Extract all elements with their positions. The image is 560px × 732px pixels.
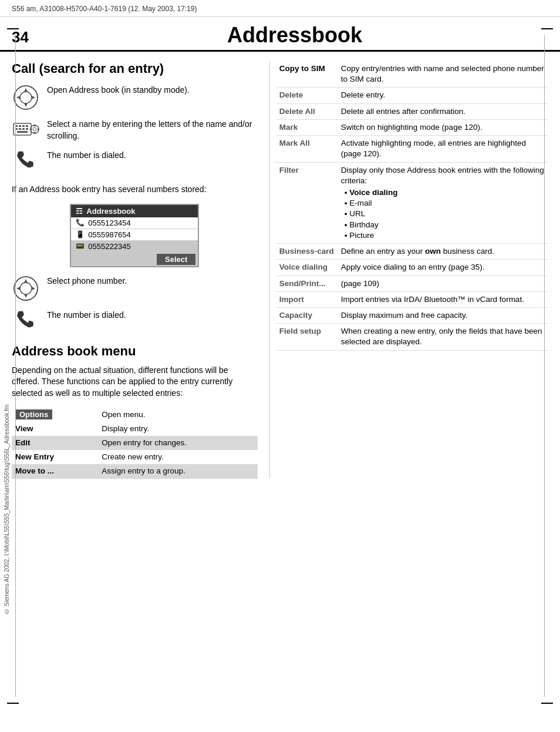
phone-icon-1: 📞 bbox=[76, 219, 85, 227]
keyboard-icon bbox=[12, 119, 40, 140]
filter-item-voice: Voice dialing bbox=[345, 187, 545, 198]
svg-point-17 bbox=[33, 127, 36, 131]
move-to-label: Move to ... bbox=[12, 464, 98, 478]
select-button[interactable]: Select bbox=[157, 254, 195, 265]
svg-rect-9 bbox=[22, 125, 25, 127]
left-margin-line bbox=[15, 35, 16, 697]
step4-row: Select phone number. bbox=[12, 276, 258, 301]
right-margin-line bbox=[544, 35, 545, 697]
right-row-copy-to-sim: Copy to SIM Copy entry/entries with name… bbox=[276, 61, 548, 88]
step2-text: Select a name by entering the letters of… bbox=[47, 119, 258, 142]
filter-list: Voice dialing E-mail URL Birthday Pictur… bbox=[345, 187, 545, 241]
step5-text: The number is dialed. bbox=[47, 310, 258, 321]
filter-item-birthday: Birthday bbox=[345, 220, 545, 230]
mark-all-desc: Activate highlighting mode, all entries … bbox=[338, 136, 548, 162]
edit-label: Edit bbox=[12, 436, 98, 450]
delete-all-desc: Delete all entries after confirmation. bbox=[338, 103, 548, 119]
menu-row-new-entry: New Entry Create new entry. bbox=[12, 450, 258, 464]
phone-number-1: 0555123454 bbox=[88, 219, 130, 227]
right-row-mark-all: Mark All Activate highlighting mode, all… bbox=[276, 136, 548, 162]
menu-table: Options Open menu. View Display entry. E… bbox=[12, 408, 258, 479]
svg-rect-10 bbox=[26, 125, 28, 127]
svg-point-1 bbox=[20, 92, 32, 103]
view-label: View bbox=[12, 422, 98, 436]
voice-dialing-desc: Apply voice dialing to an entry (page 35… bbox=[338, 260, 548, 276]
step3-row: The number is dialed. bbox=[12, 150, 258, 176]
phone-icon-3: 📟 bbox=[76, 242, 85, 250]
phone-screen-header: ☶ Addressbook bbox=[71, 205, 198, 217]
svg-point-23 bbox=[20, 283, 32, 294]
move-to-desc: Assign entry to a group. bbox=[98, 464, 258, 478]
svg-rect-15 bbox=[17, 131, 28, 133]
phone-row-2: 📱 0555987654 bbox=[71, 229, 198, 241]
corner-tick-tr bbox=[541, 28, 553, 29]
svg-marker-2 bbox=[24, 88, 28, 92]
step1-row: Open Address book (in standby mode). bbox=[12, 85, 258, 110]
page-title: Addressbook bbox=[41, 23, 548, 48]
handset-icon-2 bbox=[12, 310, 40, 335]
filter-label: Filter bbox=[276, 162, 338, 244]
paragraph-numbers-stored: If an Address book entry has several num… bbox=[12, 184, 258, 196]
menu-row-move-to: Move to ... Assign entry to a group. bbox=[12, 464, 258, 478]
view-desc: Display entry. bbox=[98, 422, 258, 436]
step4-text: Select phone number. bbox=[47, 276, 258, 287]
menu-intro: Depending on the actual situation, diffe… bbox=[12, 365, 258, 399]
page-header: 34 Addressbook bbox=[0, 17, 560, 52]
section-title-call: Call (search for an entry) bbox=[12, 61, 258, 76]
phone-number-2: 0555987654 bbox=[88, 230, 130, 239]
handset-icon-1 bbox=[12, 150, 40, 176]
filter-item-url: URL bbox=[345, 209, 545, 219]
phone-screen-btn-row: Select bbox=[71, 253, 198, 266]
right-row-delete: Delete Delete entry. bbox=[276, 88, 548, 103]
corner-tick-br bbox=[541, 703, 553, 704]
import-label: Import bbox=[276, 291, 338, 307]
svg-rect-13 bbox=[22, 128, 25, 130]
svg-rect-12 bbox=[19, 128, 21, 130]
edit-desc: Open entry for changes. bbox=[98, 436, 258, 450]
content-area: Call (search for an entry) Ope bbox=[0, 61, 560, 479]
svg-marker-5 bbox=[32, 96, 35, 99]
nav-icon-2 bbox=[12, 276, 40, 301]
right-row-voice-dialing: Voice dialing Apply voice dialing to an … bbox=[276, 260, 548, 276]
voice-dialing-label: Voice dialing bbox=[276, 260, 338, 276]
mark-desc: Switch on highlighting mode (page 120). bbox=[338, 119, 548, 135]
right-column: Copy to SIM Copy entry/entries with name… bbox=[269, 61, 548, 479]
new-entry-desc: Create new entry. bbox=[98, 450, 258, 464]
options-cell: Options bbox=[12, 408, 98, 422]
nav-icon-1 bbox=[12, 85, 40, 110]
svg-marker-26 bbox=[16, 287, 20, 290]
options-badge[interactable]: Options bbox=[15, 409, 52, 419]
options-desc: Open menu. bbox=[98, 408, 258, 422]
section-title-menu: Address book menu bbox=[12, 344, 258, 359]
field-setup-label: Field setup bbox=[276, 324, 338, 350]
page-number: 34 bbox=[12, 28, 41, 46]
phone-number-3: 0555222345 bbox=[88, 242, 130, 251]
right-row-import: Import Import entries via IrDA/ Bluetoot… bbox=[276, 291, 548, 307]
sidebar-copyright: © Siemens AG 2002, I:\Mobil\L55\S55_Marl… bbox=[4, 117, 10, 615]
step3-text: The number is dialed. bbox=[47, 150, 258, 162]
capacity-desc: Display maximum and free capacity. bbox=[338, 307, 548, 323]
send-print-label: Send/Print... bbox=[276, 276, 338, 291]
copy-to-sim-desc: Copy entry/entries with name and selecte… bbox=[338, 61, 548, 88]
import-desc: Import entries via IrDA/ Bluetooth™ in v… bbox=[338, 291, 548, 307]
step1-text: Open Address book (in standby mode). bbox=[47, 85, 258, 96]
capacity-label: Capacity bbox=[276, 307, 338, 323]
right-row-send-print: Send/Print... (page 109) bbox=[276, 276, 548, 291]
svg-marker-25 bbox=[24, 294, 28, 298]
phone-icon-2: 📱 bbox=[76, 230, 85, 239]
menu-row-options: Options Open menu. bbox=[12, 408, 258, 422]
phone-row-1: 📞 0555123454 bbox=[71, 217, 198, 229]
svg-rect-14 bbox=[26, 128, 28, 130]
svg-point-16 bbox=[31, 125, 39, 133]
delete-all-label: Delete All bbox=[276, 103, 338, 119]
svg-marker-3 bbox=[24, 103, 28, 107]
field-setup-desc: When creating a new entry, only the fiel… bbox=[338, 324, 548, 350]
mark-label: Mark bbox=[276, 119, 338, 135]
step5-row: The number is dialed. bbox=[12, 310, 258, 335]
filter-desc: Display only those Address book entries … bbox=[341, 166, 544, 185]
menu-row-view: View Display entry. bbox=[12, 422, 258, 436]
right-row-delete-all: Delete All Delete all entries after conf… bbox=[276, 103, 548, 119]
corner-tick-bl bbox=[7, 703, 19, 704]
right-row-field-setup: Field setup When creating a new entry, o… bbox=[276, 324, 548, 350]
business-card-label: Business-card bbox=[276, 244, 338, 260]
